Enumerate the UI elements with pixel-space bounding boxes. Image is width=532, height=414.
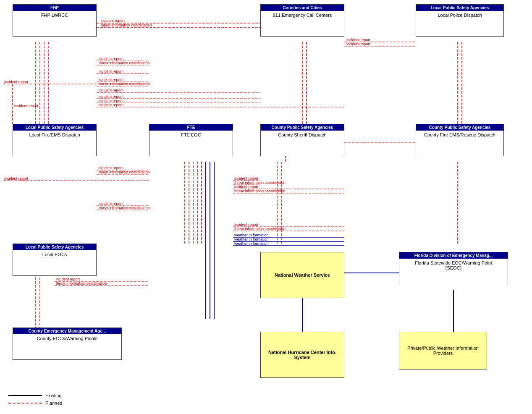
node-local-psa-top: Local Public Safety Agencies Local Polic… [416,4,504,37]
svg-text:incident report: incident report [99,166,123,170]
node-county-ema-body: County EOCs/Warning Points [13,334,121,359]
svg-text:incident report: incident report [56,277,80,281]
svg-text:incident report: incident report [99,94,123,99]
svg-text:incident report: incident report [346,38,371,42]
node-counties-header: Counties and Cities [261,5,344,11]
svg-text:threat information coordinatio: threat information coordination [99,82,150,86]
node-fhp-body: FHP LWRCC [13,11,96,36]
node-counties-body: 911 Emergency Call Centers [261,11,344,36]
node-local-psa-fire-body: Local Fire/EMS Dispatch [13,131,96,156]
svg-text:threat information coordinatio: threat information coordination [99,170,150,174]
node-nhc: National Hurricane Center Info. System [260,332,344,378]
node-county-sheriff: County Public Safety Agencies County She… [260,124,344,156]
svg-text:incident report: incident report [99,69,123,73]
svg-text:incident report: incident report [99,202,123,206]
node-fte-header: FTE [149,124,233,131]
node-county-sheriff-body: County Sheriff Dispatch [261,131,344,156]
diagram-container: incident report threat information coord… [0,0,532,414]
node-county-psa-fire: County Public Safety Agencies County Fir… [416,124,504,156]
svg-text:threat information coordinatio: threat information coordination [234,181,286,185]
node-county-sheriff-header: County Public Safety Agencies [261,124,344,131]
svg-text:incident report: incident report [99,88,123,92]
node-county-ema-header: County Emergency Management Age... [13,328,121,334]
node-local-eocs-body: Local EOCs [13,250,96,275]
node-fl-division: Florida Division of Emergency Manag... F… [399,252,508,284]
svg-text:threat information coordinatio: threat information coordination [101,23,152,27]
node-local-psa-top-body: Local Police Dispatch [416,11,503,36]
svg-text:incident report: incident report [101,18,125,23]
node-local-psa-fire: Local Public Safety Agencies Local Fire/… [13,124,97,156]
svg-text:incident report: incident report [4,80,29,84]
node-private-weather: Private/Public Weather Information Provi… [399,332,487,369]
svg-text:incident report: incident report [14,104,39,108]
svg-text:incident report: incident report [234,185,259,189]
node-local-eocs: Local Public Safety Agencies Local EOCs [13,244,97,276]
node-fl-division-header: Florida Division of Emergency Manag... [399,252,508,259]
node-county-ema: County Emergency Management Age... Count… [13,328,122,360]
svg-text:weather in formation: weather in formation [234,241,269,246]
legend-planned-line [8,403,42,404]
svg-text:threat information coordinatio: threat information coordination [234,189,286,193]
legend-existing-line [8,395,42,396]
svg-text:incident report: incident report [99,57,123,61]
svg-text:incident report: incident report [4,176,29,181]
node-fte-body: FTE EOC [149,131,233,156]
node-nws: National Weather Service [260,252,344,298]
node-county-psa-fire-body: County Fire EMS/Rescue Dispatch [416,131,503,156]
svg-text:incident report: incident report [99,99,123,103]
legend-existing: Existing [8,393,62,398]
svg-text:incident report: incident report [234,223,259,227]
legend: Existing Planned [8,393,62,406]
node-fl-division-body: Florida Statewide EOC/Warning Point (SEO… [399,259,508,284]
node-local-psa-fire-header: Local Public Safety Agencies [13,124,96,131]
node-counties-cities: Counties and Cities 911 Emergency Call C… [260,4,344,37]
legend-planned: Planned [8,401,62,406]
svg-text:threat information coordinatio: threat information coordination [56,281,107,286]
legend-planned-label: Planned [45,401,62,406]
svg-text:threat information coordinatio: threat information coordination [99,61,150,65]
svg-text:incident report: incident report [99,78,123,82]
svg-text:incident report: incident report [234,176,259,181]
node-local-psa-top-header: Local Public Safety Agencies [416,5,503,11]
node-nws-body: National Weather Service [261,252,344,298]
node-local-eocs-header: Local Public Safety Agencies [13,244,96,250]
svg-text:threat information coordinatio: threat information coordination [234,227,286,231]
node-county-psa-fire-header: County Public Safety Agencies [416,124,503,131]
svg-text:weather in formation: weather in formation [234,237,269,241]
node-fte: FTE FTE EOC [149,124,233,156]
svg-text:incident report: incident report [99,103,123,107]
svg-text:threat information coordinatio: threat information coordination [99,206,150,210]
node-nhc-body: National Hurricane Center Info. System [261,332,344,377]
legend-existing-label: Existing [45,393,62,398]
node-private-weather-body: Private/Public Weather Information Provi… [399,332,487,369]
svg-text:incident report: incident report [346,42,371,46]
node-fhp-header: FHP [13,5,96,11]
svg-text:weather in formation: weather in formation [234,233,269,237]
node-fhp: FHP FHP LWRCC [13,4,97,37]
